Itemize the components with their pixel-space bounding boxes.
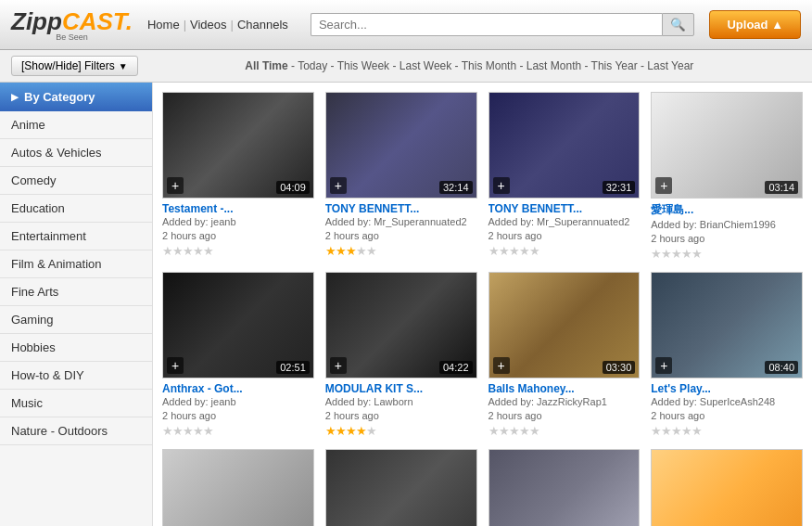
video-thumbnail[interactable]: + 02:51 [162,272,314,378]
add-to-playlist-button[interactable]: + [493,357,510,374]
sidebar-item-howto[interactable]: How-to & DIY [0,362,152,390]
sidebar-item-entertainment[interactable]: Entertainment [0,223,152,250]
sidebar-header-label: By Category [24,90,95,104]
add-to-playlist-button[interactable]: + [655,357,672,374]
video-thumbnail[interactable]: + 21:20 [162,449,314,526]
sidebar-item-finearts[interactable]: Fine Arts [0,278,152,306]
content-area: + 04:09 Testament -... Added by: jeanb 2… [153,83,812,526]
video-meta: Added by: Mr_Superannuated2 2 hours ago [488,215,641,244]
video-card[interactable]: + 08:40 Let's Play... Added by: SuperIce… [651,272,803,438]
filter-toggle-button[interactable]: [Show/Hide] Filters ▼ [11,56,138,76]
add-to-playlist-button[interactable]: + [493,177,510,194]
video-added-by: Added by: jeanb [162,215,314,229]
nav-home[interactable]: Home [147,18,180,32]
add-to-playlist-button[interactable]: + [330,177,347,194]
video-thumbnail[interactable]: + 32:31 [488,92,641,199]
video-thumbnail[interactable]: + 04:22 [325,272,477,378]
video-card[interactable]: + 04:22 MODULAR KIT S... Added by: Lawbo… [325,272,477,438]
video-thumbnail[interactable]: + 04:09 [162,92,314,199]
sidebar-item-gaming[interactable]: Gaming [0,306,152,334]
search-input[interactable] [311,13,663,36]
star-rating: ★★★★★ [162,244,213,258]
add-to-playlist-button[interactable]: + [330,357,347,374]
video-thumbnail[interactable]: + 03:14 [651,92,803,199]
video-duration: 03:30 [603,361,636,374]
nav-videos[interactable]: Videos [190,18,227,32]
video-duration: 02:51 [276,361,310,374]
video-card[interactable]: + 04:09 Testament -... Added by: jeanb 2… [162,92,314,261]
video-time-ago: 2 hours ago [651,232,803,246]
video-added-by: Added by: SuperIceAsh248 [651,395,803,409]
sidebar-item-autos[interactable]: Autos & Vehicles [0,139,152,167]
video-title[interactable]: TONY BENNETT... [488,202,641,215]
video-thumbnail[interactable]: + 27:44 [651,449,803,526]
video-title[interactable]: TONY BENNETT... [325,202,477,215]
video-title[interactable]: Testament -... [162,202,314,215]
video-added-by: Added by: JazzRickyRap1 [488,395,641,409]
time-this-month[interactable]: This Month [462,59,516,72]
sidebar-item-music[interactable]: Music [0,390,152,417]
video-title[interactable]: Let's Play... [651,382,803,395]
video-grid: + 04:09 Testament -... Added by: jeanb 2… [162,92,803,526]
filter-btn-label: [Show/Hide] Filters [21,59,115,72]
sidebar-item-anime[interactable]: Anime [0,111,152,139]
sidebar: ▶ By Category Anime Autos & Vehicles Com… [0,83,153,526]
video-card[interactable]: + 21:20 13x67-Watch... Added by: AllAbou… [162,449,314,526]
header: ZippCAST. Be Seen Home | Videos | Channe… [0,0,812,50]
time-last-week[interactable]: Last Week [400,59,451,72]
video-duration: 03:14 [765,181,798,194]
video-thumbnail[interactable]: + 01:04 [325,449,477,526]
sidebar-item-film[interactable]: Film & Animation [0,250,152,278]
video-card[interactable]: + 02:51 Anthrax - Got... Added by: jeanb… [162,272,314,438]
filter-bar: [Show/Hide] Filters ▼ All Time - Today -… [0,50,812,83]
add-to-playlist-button[interactable]: + [167,177,184,194]
time-today[interactable]: Today [298,59,327,72]
sidebar-item-hobbies[interactable]: Hobbies [0,334,152,362]
time-this-year[interactable]: This Year [591,59,638,72]
upload-button[interactable]: Upload ▲ [709,10,801,39]
sidebar-item-comedy[interactable]: Comedy [0,167,152,195]
time-this-week[interactable]: This Week [337,59,389,72]
nav-channels[interactable]: Channels [237,18,288,32]
video-title[interactable]: Anthrax - Got... [162,382,314,395]
video-meta: Added by: jeanb 2 hours ago [162,395,314,424]
sidebar-item-nature[interactable]: Nature - Outdoors [0,417,152,445]
add-to-playlist-button[interactable]: + [167,357,184,374]
star-rating: ★★★★★ [162,424,213,438]
video-added-by: Added by: Mr_Superannuated2 [488,215,641,229]
video-card[interactable]: + 32:14 TONY BENNETT... Added by: Mr_Sup… [325,92,477,261]
video-thumbnail[interactable]: + 23:11 [488,449,641,526]
time-last-year[interactable]: Last Year [647,59,693,72]
star-rating: ★★★★★ [488,244,539,258]
video-thumbnail[interactable]: + 32:14 [325,92,477,199]
video-card[interactable]: + 01:04 The Spider-Man... Added by: Cass… [325,449,477,526]
video-time-ago: 2 hours ago [325,409,477,423]
video-card[interactable]: + 32:31 TONY BENNETT... Added by: Mr_Sup… [488,92,641,261]
video-card[interactable]: + 03:14 愛琿島... Added by: BrianChiem1996 … [651,92,803,261]
video-added-by: Added by: Mr_Superannuated2 [325,215,477,229]
video-duration: 04:22 [439,361,473,374]
video-title[interactable]: 愛琿島... [651,202,803,218]
video-time-ago: 2 hours ago [488,409,641,423]
video-meta: Added by: BrianChiem1996 2 hours ago [651,218,803,247]
star-rating: ★★★★★ [651,247,702,261]
time-last-month[interactable]: Last Month [527,59,581,72]
time-all-time[interactable]: All Time [245,59,287,72]
main-layout: ▶ By Category Anime Autos & Vehicles Com… [0,83,812,526]
video-card[interactable]: + 23:11 Justice League... Added by: Chan… [488,449,641,526]
video-duration: 32:31 [603,181,636,194]
video-title[interactable]: Balls Mahoney... [488,382,641,395]
video-card[interactable]: + 03:30 Balls Mahoney... Added by: JazzR… [488,272,641,438]
video-card[interactable]: + 27:44 Super Mario... Added by: Brandon… [651,449,803,526]
search-button[interactable]: 🔍 [662,13,694,36]
video-meta: Added by: JazzRickyRap1 2 hours ago [488,395,641,424]
video-thumbnail[interactable]: + 03:30 [488,272,641,378]
video-title[interactable]: MODULAR KIT S... [325,382,477,395]
add-to-playlist-button[interactable]: + [655,177,672,194]
sidebar-item-education[interactable]: Education [0,195,152,223]
sidebar-arrow-icon: ▶ [11,92,19,102]
video-thumbnail[interactable]: + 08:40 [651,272,803,378]
star-rating: ★★★★★ [325,244,376,258]
video-time-ago: 2 hours ago [325,229,477,243]
star-rating: ★★★★★ [325,424,376,438]
